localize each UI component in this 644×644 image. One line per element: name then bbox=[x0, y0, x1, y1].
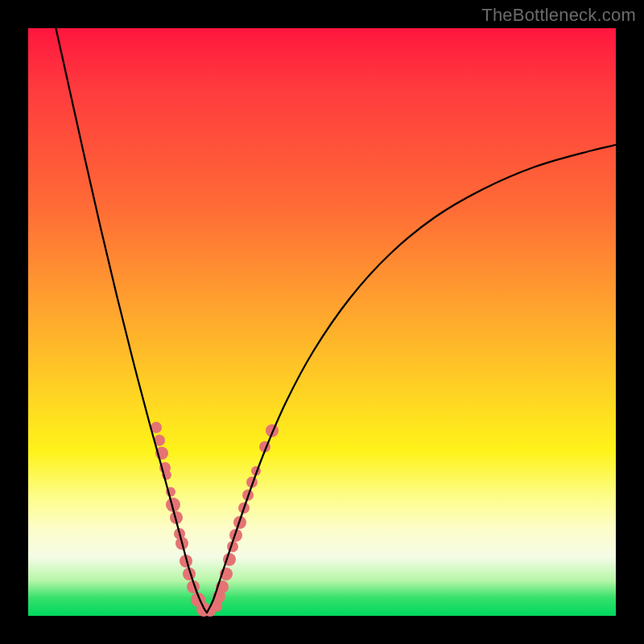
plot-area bbox=[28, 28, 616, 616]
left-branch-curve bbox=[52, 12, 207, 613]
chart-frame: TheBottleneck.com bbox=[0, 0, 644, 644]
dot-cluster-layer bbox=[151, 422, 279, 617]
right-branch-curve bbox=[207, 145, 616, 613]
watermark-text: TheBottleneck.com bbox=[481, 5, 636, 26]
curves-svg bbox=[28, 28, 616, 616]
